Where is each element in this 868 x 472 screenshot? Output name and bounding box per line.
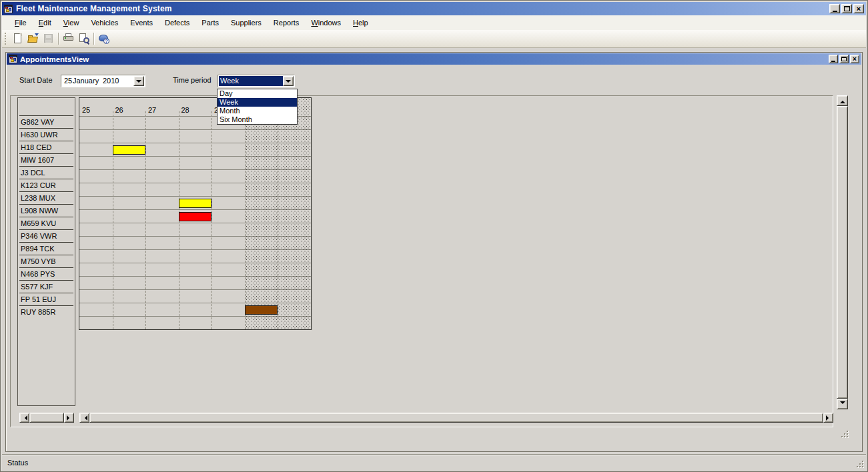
vehicle-label: RUY 885R — [21, 308, 55, 316]
print-button[interactable] — [61, 31, 76, 46]
appointments-body: Start Date 25 January 2010 Time period W… — [7, 65, 861, 451]
maximize-icon — [844, 6, 850, 11]
child-close-button[interactable]: × — [850, 55, 859, 63]
menu-item-edit[interactable]: Edit — [33, 16, 57, 29]
vehicle-row: H630 UWR — [19, 129, 73, 141]
time-period-dropdown-button[interactable] — [283, 76, 294, 86]
new-document-icon — [12, 33, 23, 44]
arrow-up-icon — [840, 98, 845, 103]
vehicle-row: M659 KVU — [19, 217, 73, 230]
window-resize-grip[interactable] — [856, 460, 865, 469]
arrow-right-icon — [826, 415, 831, 421]
scroll-right-button[interactable] — [823, 413, 833, 423]
appointment-bar[interactable] — [245, 305, 278, 315]
start-date-dropdown-button[interactable] — [133, 76, 144, 86]
time-period-option-six-month[interactable]: Six Month — [218, 115, 297, 124]
start-date-year[interactable]: 2010 — [103, 77, 119, 85]
time-period-combobox[interactable]: Week — [218, 75, 295, 87]
vscroll-thumb[interactable] — [837, 106, 848, 399]
vehicle-label: M750 VYB — [21, 257, 56, 265]
arrow-left-icon — [22, 415, 27, 421]
vehicle-row: J3 DCL — [19, 167, 73, 179]
menu-item-windows[interactable]: Windows — [305, 16, 347, 29]
start-date-label: Start Date — [19, 76, 53, 84]
vehicle-row: P346 VWR — [19, 230, 73, 243]
day-header: 26 — [115, 106, 123, 114]
vehicle-label-column: G862 VAYH630 UWRH18 CEDMIW 1607J3 DCLK12… — [17, 97, 75, 406]
vehicle-label: J3 DCL — [21, 169, 45, 177]
window-title: Fleet Maintenance Management System — [16, 4, 172, 13]
time-period-option-week[interactable]: Week — [218, 98, 297, 107]
help-button[interactable]: ? — [96, 31, 111, 46]
scroll-down-button[interactable] — [837, 399, 848, 409]
appointments-window: AppointmentsView × Start Date 25 January… — [5, 52, 863, 452]
menu-item-events[interactable]: Events — [124, 16, 159, 29]
menu-item-defects[interactable]: Defects — [159, 16, 195, 29]
arrow-down-icon — [840, 401, 845, 407]
chevron-down-icon — [286, 80, 291, 85]
scroll-left-button[interactable] — [79, 413, 89, 423]
app-icon — [4, 5, 13, 13]
print-preview-button[interactable] — [76, 31, 91, 46]
menu-item-view[interactable]: View — [57, 16, 85, 29]
chart-hscrollbar[interactable] — [79, 413, 833, 423]
maximize-button[interactable] — [841, 4, 852, 13]
close-button[interactable]: × — [853, 4, 864, 13]
chart-vscrollbar[interactable] — [837, 95, 848, 409]
appointment-bar[interactable] — [179, 199, 211, 208]
vehicle-label: MIW 1607 — [21, 156, 54, 164]
vehicle-row: FP 51 EUJ — [19, 293, 73, 306]
menu-item-vehicles[interactable]: Vehicles — [85, 16, 124, 29]
vehicle-label: S577 KJF — [21, 283, 53, 291]
weekend-shading — [245, 98, 312, 329]
chart-area[interactable]: 25262728293031 — [79, 97, 312, 330]
appointment-bar[interactable] — [179, 212, 211, 221]
toolbar-grip[interactable] — [5, 33, 7, 45]
appointment-bar[interactable] — [113, 145, 145, 155]
help-icon: ? — [98, 33, 109, 44]
main-titlebar: Fleet Maintenance Management System × — [2, 2, 866, 15]
menu-item-help[interactable]: Help — [347, 16, 374, 29]
menu-item-file[interactable]: File — [9, 16, 33, 29]
vehicle-label: G862 VAY — [21, 118, 54, 126]
save-button[interactable] — [41, 31, 56, 46]
scroll-up-button[interactable] — [837, 95, 848, 106]
time-period-value[interactable]: Week — [219, 76, 283, 86]
print-preview-icon — [78, 33, 89, 44]
day-header: 28 — [181, 106, 189, 114]
chevron-down-icon — [136, 80, 141, 85]
hscroll-thumb[interactable] — [29, 413, 64, 423]
time-period-option-day[interactable]: Day — [218, 89, 297, 98]
menu-item-parts[interactable]: Parts — [195, 16, 225, 29]
hscroll-thumb[interactable] — [89, 413, 823, 423]
start-date-month[interactable]: January — [73, 77, 99, 85]
scroll-right-button[interactable] — [64, 413, 74, 423]
vehicle-row: N468 PYS — [19, 268, 73, 281]
time-period-option-month[interactable]: Month — [218, 107, 297, 115]
vehicle-label: N468 PYS — [21, 270, 55, 278]
schedule-panel: G862 VAYH630 UWRH18 CEDMIW 1607J3 DCLK12… — [10, 95, 833, 427]
vehicle-column-header — [19, 98, 73, 116]
vehicle-column-hscrollbar[interactable] — [19, 413, 74, 423]
minimize-button[interactable] — [829, 4, 840, 13]
maximize-icon — [841, 57, 847, 61]
day-separator-line — [145, 111, 146, 329]
toolbar-separator — [58, 33, 59, 45]
new-button[interactable] — [10, 31, 25, 46]
time-period-label: Time period — [173, 76, 211, 84]
start-date-day[interactable]: 25 — [64, 77, 72, 85]
scroll-left-button[interactable] — [19, 413, 29, 423]
mdi-client-area: AppointmentsView × Start Date 25 January… — [2, 48, 866, 454]
close-icon: × — [853, 56, 857, 63]
menu-item-reports[interactable]: Reports — [268, 16, 306, 29]
child-resize-grip[interactable] — [841, 430, 849, 439]
vehicle-label: K123 CUR — [21, 181, 56, 189]
open-button[interactable] — [25, 31, 41, 46]
vehicle-rows: G862 VAYH630 UWRH18 CEDMIW 1607J3 DCLK12… — [18, 116, 75, 319]
child-maximize-button[interactable] — [839, 55, 849, 63]
menu-item-suppliers[interactable]: Suppliers — [225, 16, 268, 29]
child-minimize-button[interactable] — [829, 55, 838, 63]
start-date-picker[interactable]: 25 January 2010 — [61, 75, 145, 87]
close-icon: × — [857, 5, 861, 12]
status-bar: Status — [2, 455, 866, 470]
